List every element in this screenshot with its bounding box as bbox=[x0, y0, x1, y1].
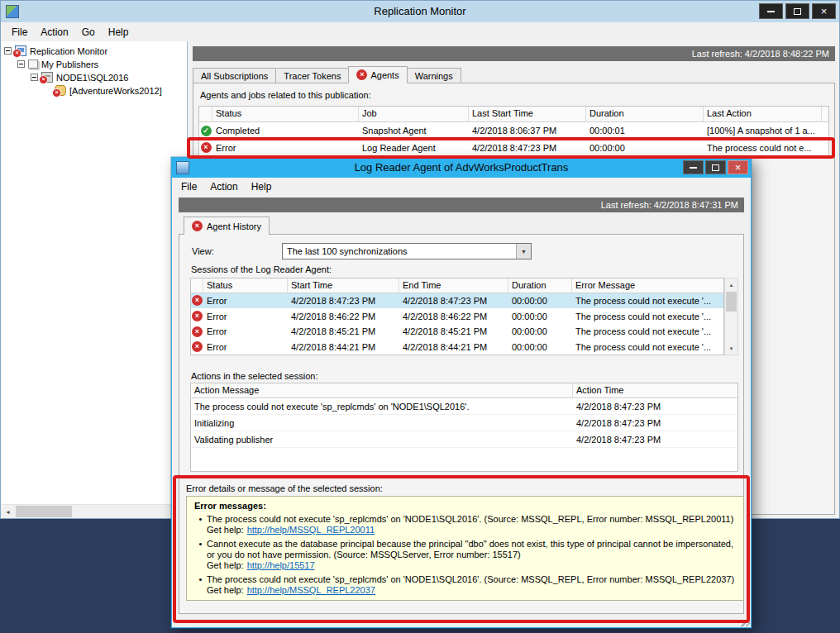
tree-horizontal-scrollbar bbox=[1, 504, 187, 518]
scrollbar-thumb[interactable] bbox=[726, 292, 737, 312]
minimize-button[interactable] bbox=[683, 160, 704, 174]
scroll-down-icon[interactable] bbox=[725, 342, 737, 355]
cell-last-action: [100%] A snapshot of 1 a... bbox=[704, 124, 822, 137]
actions-table: Action Message Action Time The process c… bbox=[190, 383, 738, 472]
error-message-item: The process could not execute 'sp_replcm… bbox=[194, 574, 736, 596]
cell-end-time: 4/2/2018 8:46:22 PM bbox=[399, 310, 508, 323]
menu-go[interactable]: Go bbox=[75, 24, 102, 40]
cell-action-time: 4/2/2018 8:47:23 PM bbox=[573, 400, 737, 413]
help-link[interactable]: http://help/MSSQL_REPL22037 bbox=[247, 585, 375, 595]
menu-file[interactable]: File bbox=[174, 178, 203, 195]
dialog-menubar: File Action Help bbox=[172, 178, 751, 196]
status-error-icon bbox=[192, 326, 203, 337]
menu-help[interactable]: Help bbox=[102, 24, 136, 40]
session-row[interactable]: Error 4/2/2018 8:46:22 PM 4/2/2018 8:46:… bbox=[191, 308, 723, 324]
cell-status: Error bbox=[203, 310, 288, 323]
sessions-scrollbar[interactable] bbox=[724, 278, 738, 355]
action-row[interactable]: Initializing 4/2/2018 8:47:23 PM bbox=[191, 415, 737, 431]
column-header-action-message[interactable]: Action Message bbox=[191, 383, 573, 398]
tree-item-node1-sql2016[interactable]: NODE1\SQL2016 bbox=[1, 71, 187, 83]
close-button[interactable] bbox=[812, 3, 836, 19]
column-header-status[interactable]: Status bbox=[212, 107, 359, 122]
collapse-icon[interactable] bbox=[4, 47, 12, 55]
action-row[interactable]: Validating publisher 4/2/2018 8:47:23 PM bbox=[191, 431, 737, 448]
collapse-icon[interactable] bbox=[31, 74, 38, 81]
column-header-job[interactable]: Job bbox=[359, 107, 469, 122]
view-dropdown[interactable]: The last 100 synchronizations bbox=[282, 243, 532, 259]
scrollbar-thumb[interactable] bbox=[16, 506, 72, 517]
status-error-icon bbox=[192, 311, 203, 321]
minimize-button[interactable] bbox=[759, 3, 783, 19]
column-header-action-time[interactable]: Action Time bbox=[573, 383, 737, 398]
help-link[interactable]: http://help/15517 bbox=[247, 560, 315, 570]
column-header-end-time[interactable]: End Time bbox=[399, 278, 508, 293]
tab-agent-history[interactable]: Agent History bbox=[184, 217, 270, 235]
close-icon bbox=[821, 6, 828, 17]
column-header-last-action[interactable]: Last Action bbox=[704, 107, 822, 122]
help-link[interactable]: http://help/MSSQL_REPL20011 bbox=[247, 525, 375, 535]
cell-error-message: The process could not execute '... bbox=[572, 325, 723, 338]
cell-end-time: 4/2/2018 8:47:23 PM bbox=[399, 294, 508, 307]
error-message-text: The process could not execute 'sp_replcm… bbox=[207, 514, 733, 524]
cell-last-start: 4/2/2018 8:06:37 PM bbox=[469, 124, 586, 137]
get-help-label: Get help: bbox=[207, 525, 244, 535]
bullet-icon bbox=[194, 574, 207, 596]
session-row[interactable]: Error 4/2/2018 8:44:21 PM 4/2/2018 8:44:… bbox=[191, 339, 723, 355]
status-error-icon bbox=[192, 341, 203, 352]
get-help-label: Get help: bbox=[207, 560, 244, 570]
tab-agents[interactable]: Agents bbox=[348, 66, 407, 83]
tab-all-subscriptions[interactable]: All Subscriptions bbox=[193, 68, 276, 83]
maximize-button[interactable] bbox=[785, 3, 809, 19]
menu-action[interactable]: Action bbox=[34, 24, 74, 40]
tab-label: Tracer Tokens bbox=[284, 71, 341, 81]
close-button[interactable] bbox=[728, 160, 748, 174]
cell-start-time: 4/2/2018 8:45:21 PM bbox=[288, 325, 399, 338]
error-messages-heading: Error messages: bbox=[194, 501, 736, 512]
maximize-button[interactable] bbox=[705, 160, 726, 174]
log-reader-agent-window: Log Reader Agent of AdvWorksProductTrans… bbox=[171, 157, 752, 628]
column-header-duration[interactable]: Duration bbox=[508, 278, 572, 293]
error-icon bbox=[356, 69, 367, 80]
tab-tracer-tokens[interactable]: Tracer Tokens bbox=[275, 68, 349, 83]
session-row[interactable]: Error 4/2/2018 8:45:21 PM 4/2/2018 8:45:… bbox=[191, 324, 723, 340]
chevron-down-icon[interactable] bbox=[516, 244, 531, 259]
collapse-icon[interactable] bbox=[17, 60, 25, 68]
detail-tabs: All Subscriptions Tracer Tokens Agents W… bbox=[193, 66, 461, 83]
column-header-icon[interactable] bbox=[199, 107, 212, 122]
tree-item-my-publishers[interactable]: My Publishers bbox=[1, 58, 187, 70]
cell-end-time: 4/2/2018 8:44:21 PM bbox=[399, 340, 508, 354]
column-header-status[interactable]: Status bbox=[203, 278, 288, 293]
tree-label: NODE1\SQL2016 bbox=[56, 73, 128, 83]
tree-label: Replication Monitor bbox=[30, 46, 107, 56]
main-menubar: File Action Go Help bbox=[1, 22, 839, 41]
column-header-filler bbox=[822, 107, 828, 122]
column-header-start-time[interactable]: Start Time bbox=[288, 278, 399, 293]
menu-action[interactable]: Action bbox=[203, 178, 244, 195]
menu-file[interactable]: File bbox=[5, 24, 34, 40]
main-window-titlebar[interactable]: Replication Monitor bbox=[1, 1, 839, 22]
agent-row-snapshot[interactable]: Completed Snapshot Agent 4/2/2018 8:06:3… bbox=[199, 122, 828, 140]
column-header-icon[interactable] bbox=[191, 278, 203, 293]
view-label: View: bbox=[192, 246, 214, 256]
publishers-icon bbox=[28, 59, 38, 69]
column-header-last-start-time[interactable]: Last Start Time bbox=[469, 107, 586, 122]
column-header-error-message[interactable]: Error Message bbox=[572, 278, 723, 293]
cell-start-time: 4/2/2018 8:47:23 PM bbox=[288, 294, 399, 307]
resize-grip[interactable] bbox=[738, 615, 750, 626]
session-row[interactable]: Error 4/2/2018 8:47:23 PM 4/2/2018 8:47:… bbox=[191, 293, 723, 309]
error-message-item: The process could not execute 'sp_replcm… bbox=[194, 514, 736, 535]
tree-item-replication-monitor[interactable]: Replication Monitor bbox=[1, 45, 187, 57]
close-icon bbox=[735, 162, 742, 173]
column-header-duration[interactable]: Duration bbox=[586, 107, 704, 122]
tab-label: Warnings bbox=[415, 71, 453, 81]
agent-row-log-reader[interactable]: Error Log Reader Agent 4/2/2018 8:47:23 … bbox=[199, 139, 828, 156]
tab-warnings[interactable]: Warnings bbox=[407, 68, 461, 83]
dialog-titlebar[interactable]: Log Reader Agent of AdvWorksProductTrans bbox=[172, 158, 751, 178]
status-error-icon bbox=[192, 295, 203, 306]
menu-help[interactable]: Help bbox=[245, 178, 279, 195]
tree-item-adventureworks2012[interactable]: [AdventureWorks2012] bbox=[1, 84, 187, 97]
view-dropdown-value: The last 100 synchronizations bbox=[283, 244, 531, 259]
action-row[interactable]: The process could not execute 'sp_replcm… bbox=[191, 398, 737, 415]
scroll-up-icon[interactable] bbox=[725, 278, 737, 291]
scroll-left-icon[interactable] bbox=[1, 505, 15, 518]
